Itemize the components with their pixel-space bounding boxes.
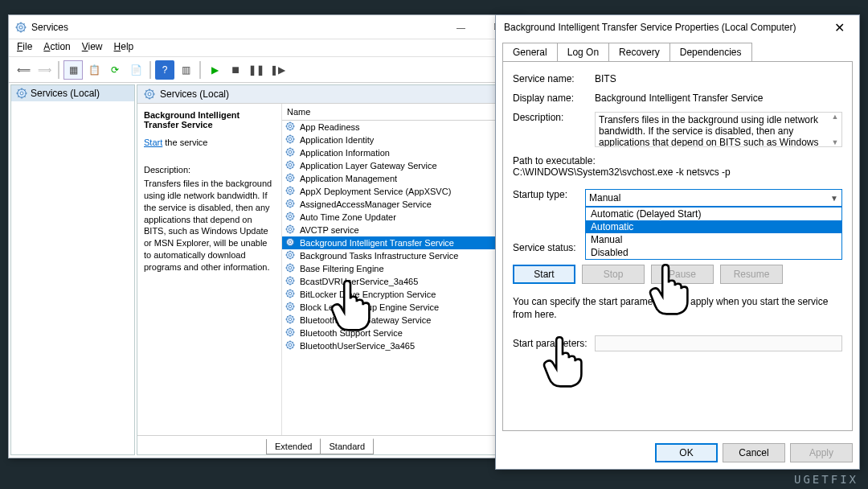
stop-icon[interactable]: ■ — [226, 60, 245, 80]
service-row[interactable]: Bluetooth Audio Gateway ServiceS — [282, 314, 519, 327]
export-icon[interactable]: 📋 — [84, 60, 104, 80]
startup-dropdown: Automatic (Delayed Start)AutomaticManual… — [585, 207, 842, 260]
menu-view[interactable]: View — [82, 41, 103, 55]
tree-node-services-local[interactable]: Services (Local) — [11, 85, 134, 101]
tab-general[interactable]: General — [502, 43, 558, 61]
service-name: Bluetooth Audio Gateway Service — [300, 315, 498, 325]
startup-option[interactable]: Disabled — [586, 246, 841, 259]
service-row[interactable]: Application InformationFa — [282, 146, 519, 159]
description-text: Transfers files in the background using … — [144, 178, 275, 273]
service-name: Application Management — [300, 174, 498, 183]
tab-recovery[interactable]: Recovery — [608, 43, 670, 61]
restart-icon[interactable]: ❚▶ — [268, 60, 287, 80]
note-text: You can specify the start parameters tha… — [513, 295, 842, 321]
menu-action[interactable]: Action — [43, 41, 70, 55]
window-title: Services — [31, 22, 443, 33]
service-row[interactable]: AppX Deployment Service (AppXSVC)Pi — [282, 185, 519, 198]
tab-extended[interactable]: Extended — [266, 439, 321, 454]
service-row[interactable]: AVCTP serviceTl — [282, 224, 519, 236]
service-row[interactable]: Application Layer Gateway ServicePi — [282, 159, 519, 172]
path-value: C:\WINDOWS\System32\svchost.exe -k netsv… — [513, 166, 842, 178]
menu-help[interactable]: Help — [114, 41, 134, 55]
menubar: File Action View Help — [9, 39, 522, 57]
list-header: Name D — [282, 104, 519, 121]
minimize-button[interactable]: — — [443, 23, 479, 32]
pane-header: Services (Local) — [137, 85, 519, 104]
service-row[interactable]: Application ManagementPi — [282, 172, 519, 185]
forward-button[interactable]: ⟹ — [35, 60, 54, 80]
description-label: Description: — [144, 165, 275, 175]
service-row[interactable]: Application IdentityD — [282, 134, 519, 146]
service-row[interactable]: Bluetooth Support ServiceTl — [282, 327, 519, 339]
gear-icon — [285, 263, 297, 274]
service-row[interactable]: Background Tasks Infrastructure ServiceW — [282, 249, 519, 262]
gear-icon — [285, 121, 297, 133]
service-row[interactable]: Block Level Backup Engine ServiceTl — [282, 301, 519, 314]
detail-service-name: Background Intelligent Transfer Service — [144, 110, 275, 129]
detail-pane: Background Intelligent Transfer Service … — [137, 104, 282, 435]
gear-icon — [16, 88, 27, 99]
startup-type-label: Startup type: — [513, 189, 585, 207]
services-list: Name D App ReadinessGApplication Identit… — [282, 104, 519, 435]
gear-icon — [15, 22, 27, 33]
startup-option[interactable]: Automatic (Delayed Start) — [586, 208, 841, 220]
resume-button: Resume — [720, 265, 783, 284]
service-row[interactable]: BluetoothUserService_3a465Tl — [282, 339, 519, 352]
service-row[interactable]: BitLocker Drive Encryption ServiceBl — [282, 288, 519, 301]
display-name-label: Display name: — [513, 92, 595, 104]
start-params-label: Start parameters: — [513, 338, 595, 349]
refresh-icon[interactable]: ⟳ — [105, 60, 125, 80]
ok-button[interactable]: OK — [655, 443, 718, 462]
dialog-title: Background Intelligent Transfer Service … — [504, 22, 827, 33]
properties-icon[interactable]: 📄 — [126, 60, 145, 80]
pause-icon[interactable]: ❚❚ — [247, 60, 266, 80]
startup-option[interactable]: Automatic — [586, 220, 841, 233]
gear-icon — [285, 199, 297, 210]
startup-option[interactable]: Manual — [586, 233, 841, 246]
service-row[interactable]: Base Filtering EngineTl — [282, 262, 519, 275]
details-icon[interactable]: ▦ — [63, 60, 83, 80]
general-tab-body: Service name: BITS Display name: Backgro… — [502, 61, 853, 431]
description-box[interactable]: Transfers files in the background using … — [595, 112, 842, 147]
gear-icon — [285, 302, 297, 313]
service-name: Auto Time Zone Updater — [300, 212, 498, 222]
service-name: App Readiness — [300, 122, 498, 132]
start-icon[interactable]: ▶ — [205, 60, 224, 80]
help-icon[interactable]: ? — [155, 60, 174, 80]
services-window: Services — ☐ File Action View Help ⟸ ⟹ ▦… — [8, 14, 522, 458]
gear-icon — [285, 186, 297, 197]
gear-icon — [285, 224, 297, 236]
scrollbar[interactable]: ▲▼ — [829, 113, 841, 146]
gear-icon — [285, 212, 297, 223]
service-name: Block Level Backup Engine Service — [300, 302, 498, 312]
watermark: UGETFIX — [794, 473, 858, 486]
service-name: BcastDVRUserService_3a465 — [300, 277, 498, 286]
cancel-button[interactable]: Cancel — [723, 443, 785, 462]
tab-dependencies[interactable]: Dependencies — [669, 43, 752, 61]
services-pane: Services (Local) Background Intelligent … — [137, 84, 520, 455]
service-name: Base Filtering Engine — [300, 264, 498, 273]
col-name[interactable]: Name — [282, 104, 503, 120]
close-icon[interactable]: ✕ — [827, 20, 851, 35]
service-row[interactable]: Background Intelligent Transfer ServiceT… — [282, 236, 519, 249]
menu-file[interactable]: File — [17, 41, 32, 55]
chevron-down-icon: ▼ — [830, 194, 838, 203]
start-button[interactable]: Start — [513, 265, 575, 284]
properties-tabs: General Log On Recovery Dependencies — [496, 39, 859, 61]
columns-icon[interactable]: ▥ — [176, 60, 195, 80]
service-row[interactable]: BcastDVRUserService_3a465Tl — [282, 275, 519, 288]
start-link[interactable]: Start — [144, 138, 162, 147]
service-row[interactable]: AssignedAccessManager ServiceA — [282, 198, 519, 211]
toolbar: ⟸ ⟹ ▦ 📋 ⟳ 📄 ? ▥ ▶ ■ ❚❚ ❚▶ — [9, 57, 522, 83]
tab-logon[interactable]: Log On — [557, 43, 609, 61]
apply-button: Apply — [790, 443, 853, 462]
gear-icon — [285, 289, 297, 300]
startup-type-select[interactable]: Manual ▼ — [585, 189, 842, 207]
service-name: Bluetooth Support Service — [300, 328, 498, 338]
service-row[interactable]: Auto Time Zone UpdaterA — [282, 211, 519, 224]
service-name: AppX Deployment Service (AppXSVC) — [300, 187, 498, 196]
back-button[interactable]: ⟸ — [14, 60, 33, 80]
service-row[interactable]: App ReadinessG — [282, 121, 519, 134]
tab-standard[interactable]: Standard — [320, 438, 374, 454]
path-label: Path to executable: — [513, 155, 842, 166]
